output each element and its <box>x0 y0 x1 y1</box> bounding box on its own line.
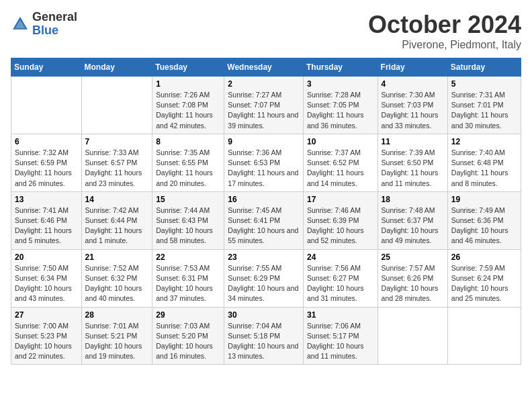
day-number: 17 <box>307 195 374 204</box>
day-cell: 3Sunrise: 7:28 AMSunset: 7:05 PMDaylight… <box>303 77 378 134</box>
day-number: 28 <box>85 310 149 320</box>
col-header-tuesday: Tuesday <box>152 58 224 77</box>
day-cell: 22Sunrise: 7:53 AMSunset: 6:31 PMDayligh… <box>152 249 224 307</box>
day-info: Sunrise: 7:36 AMSunset: 6:53 PMDaylight:… <box>228 148 298 187</box>
day-number: 21 <box>85 253 149 262</box>
day-cell: 31Sunrise: 7:06 AMSunset: 5:17 PMDayligh… <box>303 307 378 365</box>
day-number: 5 <box>451 79 517 89</box>
day-info: Sunrise: 7:27 AMSunset: 7:07 PMDaylight:… <box>228 91 298 130</box>
day-number: 22 <box>156 253 220 262</box>
day-info: Sunrise: 7:45 AMSunset: 6:41 PMDaylight:… <box>228 206 298 245</box>
day-cell <box>378 307 447 365</box>
day-number: 23 <box>228 253 300 262</box>
day-info: Sunrise: 7:31 AMSunset: 7:01 PMDaylight:… <box>451 91 508 130</box>
day-cell: 7Sunrise: 7:33 AMSunset: 6:57 PMDaylight… <box>81 134 152 191</box>
day-cell: 13Sunrise: 7:41 AMSunset: 6:46 PMDayligh… <box>11 191 82 249</box>
col-header-monday: Monday <box>81 58 152 77</box>
day-cell: 11Sunrise: 7:39 AMSunset: 6:50 PMDayligh… <box>378 134 447 191</box>
day-info: Sunrise: 7:35 AMSunset: 6:55 PMDaylight:… <box>156 148 213 187</box>
day-info: Sunrise: 7:04 AMSunset: 5:18 PMDaylight:… <box>228 322 298 361</box>
day-cell: 20Sunrise: 7:50 AMSunset: 6:34 PMDayligh… <box>11 249 82 307</box>
day-cell: 2Sunrise: 7:27 AMSunset: 7:07 PMDaylight… <box>224 77 304 134</box>
calendar-table: SundayMondayTuesdayWednesdayThursdayFrid… <box>11 58 521 365</box>
day-info: Sunrise: 7:40 AMSunset: 6:48 PMDaylight:… <box>451 148 508 187</box>
day-number: 7 <box>85 137 149 146</box>
col-header-saturday: Saturday <box>447 58 521 77</box>
day-number: 1 <box>156 79 220 89</box>
day-number: 20 <box>15 253 78 262</box>
day-info: Sunrise: 7:57 AMSunset: 6:26 PMDaylight:… <box>382 264 439 303</box>
day-cell: 23Sunrise: 7:55 AMSunset: 6:29 PMDayligh… <box>224 249 304 307</box>
day-number: 10 <box>307 137 374 146</box>
day-info: Sunrise: 7:32 AMSunset: 6:59 PMDaylight:… <box>15 148 72 187</box>
day-cell: 10Sunrise: 7:37 AMSunset: 6:52 PMDayligh… <box>303 134 378 191</box>
day-cell: 4Sunrise: 7:30 AMSunset: 7:03 PMDaylight… <box>378 77 447 134</box>
week-row-5: 27Sunrise: 7:00 AMSunset: 5:23 PMDayligh… <box>11 307 521 365</box>
day-cell: 12Sunrise: 7:40 AMSunset: 6:48 PMDayligh… <box>447 134 521 191</box>
day-number: 16 <box>228 195 300 204</box>
day-cell <box>11 77 82 134</box>
week-row-4: 20Sunrise: 7:50 AMSunset: 6:34 PMDayligh… <box>11 249 521 307</box>
day-info: Sunrise: 7:56 AMSunset: 6:27 PMDaylight:… <box>307 264 364 303</box>
day-number: 13 <box>15 195 78 204</box>
day-number: 11 <box>382 137 444 146</box>
day-cell <box>81 77 152 134</box>
day-info: Sunrise: 7:55 AMSunset: 6:29 PMDaylight:… <box>228 264 298 303</box>
day-cell: 28Sunrise: 7:01 AMSunset: 5:21 PMDayligh… <box>81 307 152 365</box>
day-info: Sunrise: 7:28 AMSunset: 7:05 PMDaylight:… <box>307 91 364 130</box>
col-header-sunday: Sunday <box>11 58 82 77</box>
week-row-3: 13Sunrise: 7:41 AMSunset: 6:46 PMDayligh… <box>11 191 521 249</box>
day-info: Sunrise: 7:53 AMSunset: 6:31 PMDaylight:… <box>156 264 213 303</box>
day-number: 8 <box>156 137 220 146</box>
day-number: 26 <box>451 253 517 262</box>
day-number: 15 <box>156 195 220 204</box>
day-cell: 9Sunrise: 7:36 AMSunset: 6:53 PMDaylight… <box>224 134 304 191</box>
day-cell: 15Sunrise: 7:44 AMSunset: 6:43 PMDayligh… <box>152 191 224 249</box>
day-info: Sunrise: 7:50 AMSunset: 6:34 PMDaylight:… <box>15 264 72 303</box>
day-number: 3 <box>307 79 374 89</box>
day-cell: 16Sunrise: 7:45 AMSunset: 6:41 PMDayligh… <box>224 191 304 249</box>
day-cell: 25Sunrise: 7:57 AMSunset: 6:26 PMDayligh… <box>378 249 447 307</box>
day-cell: 24Sunrise: 7:56 AMSunset: 6:27 PMDayligh… <box>303 249 378 307</box>
day-info: Sunrise: 7:00 AMSunset: 5:23 PMDaylight:… <box>15 322 72 361</box>
day-info: Sunrise: 7:03 AMSunset: 5:20 PMDaylight:… <box>156 322 213 361</box>
day-cell: 29Sunrise: 7:03 AMSunset: 5:20 PMDayligh… <box>152 307 224 365</box>
day-info: Sunrise: 7:44 AMSunset: 6:43 PMDaylight:… <box>156 206 213 245</box>
logo-text: General Blue <box>32 11 77 38</box>
day-info: Sunrise: 7:41 AMSunset: 6:46 PMDaylight:… <box>15 206 72 245</box>
day-cell: 6Sunrise: 7:32 AMSunset: 6:59 PMDaylight… <box>11 134 82 191</box>
day-cell: 17Sunrise: 7:46 AMSunset: 6:39 PMDayligh… <box>303 191 378 249</box>
day-number: 4 <box>382 79 444 89</box>
day-info: Sunrise: 7:01 AMSunset: 5:21 PMDaylight:… <box>85 322 142 361</box>
day-info: Sunrise: 7:39 AMSunset: 6:50 PMDaylight:… <box>382 148 439 187</box>
day-cell: 26Sunrise: 7:59 AMSunset: 6:24 PMDayligh… <box>447 249 521 307</box>
day-cell: 21Sunrise: 7:52 AMSunset: 6:32 PMDayligh… <box>81 249 152 307</box>
day-number: 18 <box>382 195 444 204</box>
day-cell: 8Sunrise: 7:35 AMSunset: 6:55 PMDaylight… <box>152 134 224 191</box>
day-number: 12 <box>451 137 517 146</box>
day-number: 27 <box>15 310 78 320</box>
week-row-1: 1Sunrise: 7:26 AMSunset: 7:08 PMDaylight… <box>11 77 521 134</box>
day-number: 25 <box>382 253 444 262</box>
day-info: Sunrise: 7:42 AMSunset: 6:44 PMDaylight:… <box>85 206 142 245</box>
day-number: 2 <box>228 79 300 89</box>
day-number: 24 <box>307 253 374 262</box>
day-cell: 14Sunrise: 7:42 AMSunset: 6:44 PMDayligh… <box>81 191 152 249</box>
day-cell: 30Sunrise: 7:04 AMSunset: 5:18 PMDayligh… <box>224 307 304 365</box>
day-cell: 5Sunrise: 7:31 AMSunset: 7:01 PMDaylight… <box>447 77 521 134</box>
day-info: Sunrise: 7:37 AMSunset: 6:52 PMDaylight:… <box>307 148 364 187</box>
day-cell: 27Sunrise: 7:00 AMSunset: 5:23 PMDayligh… <box>11 307 82 365</box>
day-number: 9 <box>228 137 300 146</box>
logo-icon <box>11 15 30 34</box>
day-number: 19 <box>451 195 517 204</box>
day-info: Sunrise: 7:30 AMSunset: 7:03 PMDaylight:… <box>382 91 439 130</box>
day-info: Sunrise: 7:33 AMSunset: 6:57 PMDaylight:… <box>85 148 142 187</box>
day-info: Sunrise: 7:06 AMSunset: 5:17 PMDaylight:… <box>307 322 364 361</box>
page-header: General Blue October 2024 Piverone, Pied… <box>11 11 521 51</box>
day-info: Sunrise: 7:46 AMSunset: 6:39 PMDaylight:… <box>307 206 364 245</box>
day-info: Sunrise: 7:26 AMSunset: 7:08 PMDaylight:… <box>156 91 213 130</box>
day-number: 31 <box>307 310 374 320</box>
header-row: SundayMondayTuesdayWednesdayThursdayFrid… <box>11 58 521 77</box>
day-info: Sunrise: 7:59 AMSunset: 6:24 PMDaylight:… <box>451 264 508 303</box>
logo: General Blue <box>11 11 77 38</box>
